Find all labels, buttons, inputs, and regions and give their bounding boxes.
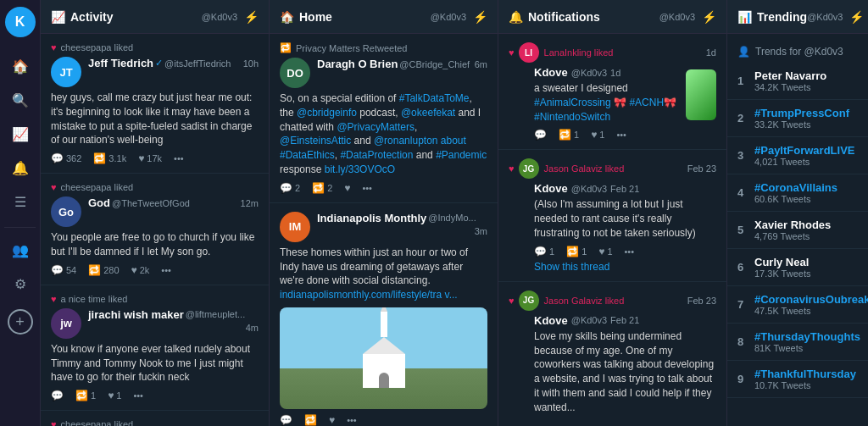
trending-item-2[interactable]: 2 #TrumpPressConf 33.2K Tweets: [727, 100, 868, 137]
more-action[interactable]: •••: [347, 415, 357, 425]
trending-item-8[interactable]: 8 #ThursdayThoughts 81K Tweets: [727, 324, 868, 361]
trending-item-5[interactable]: 5 Xavier Rhodes 4,769 Tweets: [727, 212, 868, 249]
mention-link[interactable]: @okeefekat: [401, 107, 455, 119]
article-link[interactable]: indianapolismonthly.com/lifestyle/tra v.…: [280, 289, 458, 301]
reply-action[interactable]: 💬: [51, 390, 64, 401]
show-thread-link[interactable]: Show this thread: [534, 261, 716, 273]
more-action[interactable]: •••: [133, 390, 143, 401]
reply-action[interactable]: 💬 2: [280, 182, 300, 194]
mention-link[interactable]: @EinsteinsAttic: [280, 135, 351, 147]
bell-icon[interactable]: 🔔: [5, 152, 36, 183]
tweet-name-row: Daragh O Brien @CBridge_Chief 6m: [317, 58, 487, 70]
activity-column-settings-icon[interactable]: ⚡: [244, 10, 259, 24]
tweet-item[interactable]: ♥ a nice time liked jw jirachi wish make…: [41, 285, 269, 411]
notification-item[interactable]: ♥ JG Jason Galaviz liked Feb 23 Kdove @K…: [498, 282, 726, 426]
user-group-icon[interactable]: 👥: [5, 235, 36, 265]
trending-item-9[interactable]: 9 #ThankfulThursday 10.7K Tweets: [727, 361, 868, 398]
trending-item-1[interactable]: 1 Peter Navarro 34.2K Tweets: [727, 63, 868, 100]
tweet-item[interactable]: IM Indianapolis Monthly @IndyMo... 3m Th…: [270, 203, 498, 426]
trending-rank: 9: [737, 373, 754, 385]
avatar[interactable]: K: [5, 7, 36, 37]
like-action[interactable]: ♥ 17k: [138, 152, 162, 164]
tweet-actions: 💬 🔁 ♥ •••: [280, 414, 487, 426]
reply-action[interactable]: 💬 362: [51, 152, 81, 164]
verified-badge: ✓: [155, 58, 163, 69]
like-action[interactable]: ♥ 2k: [131, 264, 150, 276]
like-action[interactable]: ♥ 1: [108, 390, 121, 401]
tweet-time: 6m: [475, 59, 487, 69]
more-action[interactable]: •••: [362, 183, 372, 193]
trending-rank: 3: [737, 149, 754, 162]
like-action[interactable]: ♥ 1: [598, 246, 612, 257]
trending-item-3[interactable]: 3 #PayItForwardLIVE 4,021 Tweets: [727, 137, 868, 174]
bit-link[interactable]: bit.ly/33OVOcO: [325, 163, 395, 175]
more-action[interactable]: •••: [161, 265, 171, 275]
tweet-text: (Also I'm assuming a lot but I just need…: [534, 197, 716, 240]
settings-icon[interactable]: ⚙: [5, 268, 36, 299]
trending-rank: 2: [737, 112, 754, 124]
notification-item[interactable]: ♥ JG Jason Galaviz liked Feb 23 Kdove @K…: [498, 150, 726, 281]
tweet-avatar: jw: [51, 308, 81, 339]
activity-icon[interactable]: 📈: [5, 119, 36, 149]
reply-action[interactable]: 💬: [280, 414, 292, 426]
more-action[interactable]: •••: [625, 246, 635, 257]
activity-column-content: ♥ cheesepapa liked JT Jeff Tiedrich ✓ @i…: [41, 34, 269, 426]
tweet-context-text: Privacy Matters Retweeted: [296, 43, 407, 53]
tweet-meta: Daragh O Brien @CBridge_Chief 6m: [317, 58, 487, 70]
hashtag-link[interactable]: #Pandemic: [436, 149, 487, 161]
home-icon[interactable]: 🏠: [5, 51, 36, 81]
reply-action[interactable]: 💬 1: [534, 246, 554, 257]
hashtag-link[interactable]: #DataEthics: [280, 149, 335, 161]
search-icon[interactable]: 🔍: [5, 85, 36, 115]
trending-info: #ThursdayThoughts 81K Tweets: [754, 330, 860, 353]
retweet-action[interactable]: 🔁 1: [75, 390, 96, 401]
notifications-column-icon: 🔔: [509, 10, 523, 24]
like-action[interactable]: ♥ 1: [591, 129, 604, 141]
list-icon[interactable]: ☰: [5, 186, 36, 217]
trending-item-4[interactable]: 4 #CoronaVillains 60.6K Tweets: [727, 174, 868, 212]
retweet-icon: 🔁: [304, 414, 317, 426]
tweet-handle: @CBridge_Chief: [399, 59, 470, 69]
more-action[interactable]: •••: [174, 153, 184, 163]
tweet-item[interactable]: 🔁 Privacy Matters Retweeted DO Daragh O …: [270, 34, 498, 203]
like-icon: ♥: [108, 390, 114, 401]
retweet-action[interactable]: 🔁 2: [312, 182, 332, 194]
mention-link[interactable]: @cbridgeinfo: [297, 107, 357, 119]
like-action[interactable]: ♥: [344, 182, 350, 194]
like-action[interactable]: ♥: [329, 414, 335, 426]
notif-liker-text: LanaInkling liked: [544, 47, 614, 58]
home-column-settings-icon[interactable]: ⚡: [473, 10, 487, 24]
tweet-item[interactable]: ♥ cheesepapa liked JT Jeff Tiedrich ✓ @i…: [41, 34, 269, 174]
hashtag-link[interactable]: #DataProtection: [340, 149, 413, 161]
like-notif-icon: ♥: [509, 296, 515, 306]
trending-info: Xavier Rhodes 4,769 Tweets: [754, 219, 858, 241]
tweet-item[interactable]: ♥ cheesepapa liked DA David Axelrod ✓ @d…: [41, 411, 269, 426]
trending-info: #PayItForwardLIVE 4,021 Tweets: [754, 144, 858, 167]
retweet-action[interactable]: 🔁 280: [88, 264, 119, 276]
add-column-button[interactable]: +: [8, 309, 33, 335]
trending-name: Peter Navarro: [754, 69, 858, 82]
hashtag-link[interactable]: #TalkDataToMe: [399, 92, 470, 104]
like-icon: ♥: [131, 264, 137, 276]
mention-link[interactable]: @ronanlupton: [374, 135, 438, 147]
retweet-action[interactable]: 🔁 1: [566, 246, 587, 257]
more-action[interactable]: •••: [616, 130, 626, 140]
reply-action[interactable]: 💬: [534, 129, 547, 141]
tweet-handle: @Kd0v3: [571, 68, 607, 78]
retweet-action[interactable]: 🔁 1: [559, 129, 579, 141]
notification-item[interactable]: ♥ LI LanaInkling liked 1d Kdove @Kd0v3 1…: [498, 34, 726, 150]
mention-link[interactable]: @PrivacyMatters: [337, 121, 415, 133]
about-link[interactable]: about: [441, 135, 466, 147]
reply-action[interactable]: 💬 54: [51, 264, 76, 276]
tweet-item[interactable]: ♥ cheesepapa liked Go God @TheTweetOfGod…: [41, 174, 269, 285]
tweet-actions: 💬 🔁 1 ♥ 1 •••: [534, 129, 716, 141]
retweet-action[interactable]: 🔁 3.1k: [93, 152, 126, 164]
tweet-context-text: cheesepapa liked: [61, 42, 134, 53]
trending-rank: 7: [737, 298, 754, 311]
retweet-action[interactable]: 🔁: [304, 414, 317, 426]
notifications-column-settings-icon[interactable]: ⚡: [702, 10, 716, 24]
trending-column-settings-icon[interactable]: ⚡: [849, 10, 864, 24]
trending-item-7[interactable]: 7 #CoronavirusOubreak 47.5K Tweets: [727, 286, 868, 324]
tweet-name-row: Jeff Tiedrich ✓ @itsJeffTiedrich 10h: [88, 57, 259, 69]
trending-item-6[interactable]: 6 Curly Neal 17.3K Tweets: [727, 249, 868, 286]
